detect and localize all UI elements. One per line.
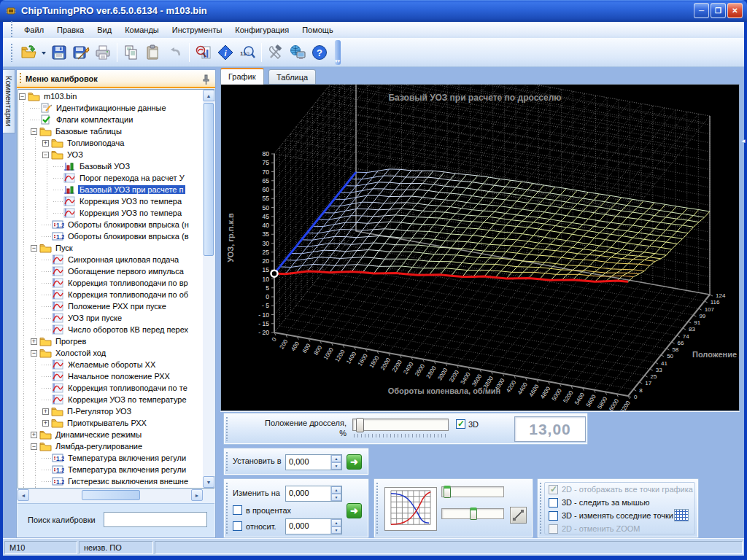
tree-expander[interactable]: + — [31, 338, 37, 345]
tree-expander[interactable]: − — [31, 128, 37, 135]
tree-item[interactable]: Флаги комплектации — [18, 114, 201, 125]
tree-item[interactable]: 1.2Отклонение КР для начала адап — [18, 487, 201, 488]
tree-expander[interactable]: − — [42, 152, 49, 158]
throttle-slider-thumb[interactable] — [356, 418, 364, 432]
menu-item[interactable]: Помощь — [295, 23, 340, 36]
tree-item[interactable]: Начальное положение РХХ — [18, 370, 201, 382]
tree-expander[interactable]: + — [42, 140, 49, 147]
tree-item[interactable]: Коррекция УОЗ по температуре — [18, 394, 201, 405]
relative-checkbox[interactable] — [233, 521, 242, 531]
tree-item[interactable]: −Базовые таблицы — [18, 125, 201, 137]
tree-item[interactable]: −Пуск — [18, 242, 201, 254]
undo-button[interactable] — [164, 42, 186, 63]
throttle-slider[interactable] — [352, 419, 449, 431]
tree-item[interactable]: Коррекция топливоподачи по вр — [18, 277, 201, 289]
tree-item[interactable]: Коррекция УОЗ по темпера — [18, 195, 201, 207]
toolbar-overflow-handle[interactable]: ▾▾ — [335, 40, 341, 65]
folder-icon — [39, 441, 52, 451]
option-checkbox[interactable] — [549, 511, 558, 521]
tree-guide — [18, 207, 30, 219]
print-button[interactable] — [92, 42, 114, 63]
comments-side-tab[interactable]: Комментарии — [3, 69, 15, 133]
tab-table[interactable]: Таблица — [268, 69, 316, 85]
tree-expander[interactable]: − — [19, 93, 26, 100]
tree-expander[interactable]: + — [42, 408, 49, 415]
option-checkbox[interactable] — [549, 498, 558, 508]
tree-item[interactable]: Число оборотов КВ перед перех — [18, 324, 201, 335]
surface-chart[interactable]: 80757065605550454035302520151050- 5- 10-… — [220, 84, 740, 411]
save-as-button[interactable] — [70, 42, 92, 63]
tree-item[interactable]: −Холостой ход — [18, 347, 201, 359]
mini-slider-bottom[interactable] — [441, 508, 504, 519]
scale-button[interactable] — [510, 507, 527, 524]
tree-item[interactable]: +Динамические режимы — [18, 429, 201, 440]
tree-expander[interactable]: − — [31, 443, 37, 450]
tree-horizontal-scrollbar[interactable]: ◄ ► — [18, 489, 203, 501]
3d-checkbox[interactable] — [456, 419, 465, 429]
open-button[interactable] — [18, 42, 39, 63]
info-button[interactable]: i — [214, 42, 236, 63]
folder-icon — [39, 348, 52, 358]
menu-item[interactable]: Команды — [118, 23, 166, 36]
tree-item[interactable]: Базовый УОЗ при расчете п — [18, 184, 201, 195]
tree-item[interactable]: Коррекция топливоподачи по те — [18, 382, 201, 394]
minimize-button[interactable]: ─ — [694, 3, 709, 18]
tree-item[interactable]: 1.2Температура включения регули — [18, 452, 201, 464]
pin-icon[interactable] — [200, 74, 212, 85]
tree-item[interactable]: −УОЗ — [18, 149, 201, 160]
tree-item[interactable]: 1.2Температура включения регули — [18, 464, 201, 475]
web-button[interactable] — [287, 42, 309, 63]
tree-vertical-scrollbar[interactable]: ▲ ▼ — [203, 90, 214, 488]
tree-item[interactable]: Коррекция топливоподачи по об — [18, 289, 201, 300]
save-button[interactable] — [48, 42, 70, 63]
copy-button[interactable] — [120, 42, 142, 63]
relative-spinner[interactable]: 0,000 ▲▼ — [285, 518, 342, 534]
menu-item[interactable]: Правка — [50, 23, 90, 36]
chart-compare-button[interactable] — [193, 42, 214, 63]
tree-expander[interactable]: + — [31, 432, 37, 438]
grid-icon[interactable] — [674, 509, 689, 521]
tree-item[interactable]: −m103.bin — [18, 90, 201, 102]
tree-expander[interactable]: − — [31, 350, 37, 357]
close-button[interactable]: ✕ — [727, 3, 743, 18]
tree-item[interactable]: 1.2Обороты блокировки впрыска (в — [18, 230, 201, 242]
tree-item[interactable]: Базовый УОЗ — [18, 160, 201, 172]
splitter-collapse-arrow[interactable]: ◄ — [740, 136, 745, 147]
tree-item[interactable]: +Прогрев — [18, 335, 201, 347]
tree-item[interactable]: Синхронная цикловая подача — [18, 254, 201, 265]
tree-item[interactable]: Порог перехода на расчет У — [18, 172, 201, 184]
percent-checkbox[interactable] — [233, 505, 242, 515]
paste-button[interactable] — [142, 42, 164, 63]
tree-item[interactable]: +Топливоподача — [18, 137, 201, 149]
tab-graph[interactable]: График — [220, 68, 264, 85]
set-to-spinner[interactable]: 0,000 ▲▼ — [285, 454, 342, 470]
tree-item[interactable]: Обогащение первого импульса — [18, 265, 201, 277]
tree-expander[interactable]: − — [31, 245, 37, 252]
tree-item[interactable]: Идентификационные данные — [18, 102, 201, 114]
tree-item[interactable]: Положение РХХ при пуске — [18, 300, 201, 312]
apply-set-button[interactable]: ➜ — [347, 454, 362, 470]
tree-item[interactable]: Желаемые обороты ХХ — [18, 359, 201, 370]
tree-item[interactable]: −Лямбда-регулирование — [18, 440, 201, 452]
dropdown-button[interactable] — [39, 42, 48, 63]
restore-button[interactable]: ❐ — [711, 3, 726, 18]
calibration-search-input[interactable] — [104, 512, 207, 527]
menu-item[interactable]: Конфигурация — [228, 23, 295, 36]
mini-slider-top[interactable] — [441, 486, 504, 497]
tree-item[interactable]: УОЗ при пуске — [18, 312, 201, 324]
tree-item[interactable]: +П-Регулятор УОЗ — [18, 405, 201, 417]
tree-expander[interactable]: + — [42, 420, 49, 427]
menu-item[interactable]: Файл — [18, 23, 50, 36]
help-button[interactable]: ? — [309, 42, 330, 63]
apply-change-button[interactable]: ➜ — [347, 503, 362, 518]
menu-item[interactable]: Вид — [90, 23, 118, 36]
tree-item[interactable]: Коррекция УОЗ по темпера — [18, 207, 201, 219]
tree-item[interactable]: 1.2Обороты блокировки впрыска (н — [18, 219, 201, 230]
change-by-spinner[interactable]: 0,000 ▲▼ — [285, 486, 342, 502]
x-tick-label: 4400 — [516, 381, 529, 396]
tools-button[interactable] — [265, 42, 287, 63]
menu-item[interactable]: Инструменты — [166, 23, 229, 36]
zoom-numbers-button[interactable]: 110 — [236, 42, 258, 63]
tree-item[interactable]: +Приоткрыватель РХХ — [18, 417, 201, 429]
tree-item[interactable]: 1.2Гистерезис выключения внешне — [18, 475, 201, 487]
